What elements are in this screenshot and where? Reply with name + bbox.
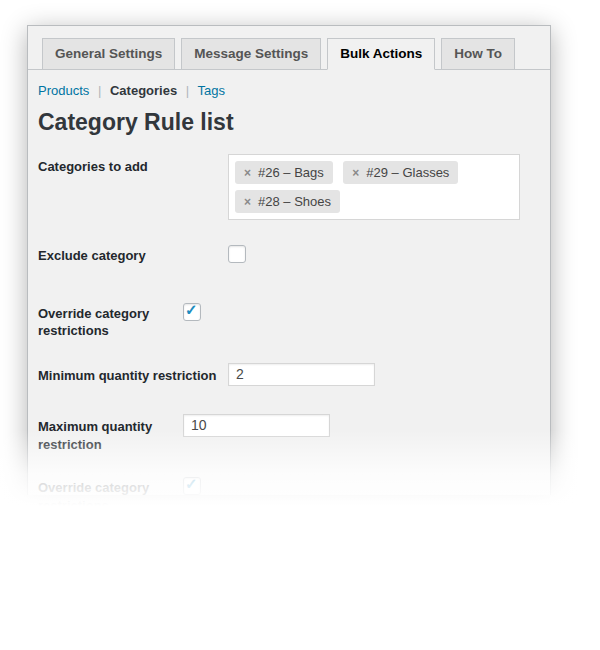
rule-form: Categories to add ×#26 – Bags ×#29 – Gla… <box>38 154 540 514</box>
tag-label: #28 – Shoes <box>258 194 331 209</box>
override-restrictions-checkbox-2[interactable]: ✓ <box>183 477 201 495</box>
tag-label: #29 – Glasses <box>366 165 449 180</box>
remove-tag-icon[interactable]: × <box>244 166 251 180</box>
check-icon: ✓ <box>185 301 198 319</box>
tab-general-settings[interactable]: General Settings <box>42 38 175 70</box>
categories-to-add-row: Categories to add ×#26 – Bags ×#29 – Gla… <box>38 154 540 220</box>
max-quantity-row: Maximum quantity restriction <box>38 414 540 453</box>
tag-label: #26 – Bags <box>258 165 324 180</box>
breadcrumb: Products | Categories | Tags <box>38 83 550 98</box>
check-icon: ✓ <box>185 475 198 493</box>
field-label: Override category restrictions <box>38 301 183 340</box>
separator: | <box>181 83 194 98</box>
tab-bulk-actions[interactable]: Bulk Actions <box>327 38 435 70</box>
remove-tag-icon[interactable]: × <box>352 166 359 180</box>
exclude-category-row: Exclude category <box>38 243 540 267</box>
subnav-link-tags[interactable]: Tags <box>198 83 225 98</box>
tab-message-settings[interactable]: Message Settings <box>181 38 321 70</box>
field-label: Maximum quantity restriction <box>38 414 183 453</box>
override-restrictions-checkbox[interactable]: ✓ <box>183 303 201 321</box>
field-label: Override category restrictions <box>38 475 183 514</box>
field-label: Minimum quantity restriction <box>38 363 228 385</box>
tab-bar: General Settings Message Settings Bulk A… <box>28 26 550 70</box>
remove-tag-icon[interactable]: × <box>244 195 251 209</box>
max-quantity-input[interactable] <box>183 414 330 437</box>
category-tag: ×#29 – Glasses <box>343 161 458 184</box>
min-quantity-input[interactable] <box>228 363 375 386</box>
tab-how-to[interactable]: How To <box>441 38 515 70</box>
category-tag: ×#28 – Shoes <box>235 190 340 213</box>
subnav-current-categories[interactable]: Categories <box>110 83 177 98</box>
settings-card: General Settings Message Settings Bulk A… <box>27 25 551 495</box>
page: General Settings Message Settings Bulk A… <box>0 0 600 650</box>
subnav-link-products[interactable]: Products <box>38 83 89 98</box>
field-label: Categories to add <box>38 154 228 176</box>
separator: | <box>93 83 106 98</box>
field-label: Exclude category <box>38 243 228 265</box>
min-quantity-row: Minimum quantity restriction <box>38 363 540 386</box>
exclude-category-checkbox[interactable] <box>228 245 246 263</box>
category-tag: ×#26 – Bags <box>235 161 333 184</box>
categories-multiselect[interactable]: ×#26 – Bags ×#29 – Glasses ×#28 – Shoes <box>228 154 520 220</box>
page-title: Category Rule list <box>38 108 550 138</box>
override-restrictions-row: Override category restrictions ✓ <box>38 301 540 340</box>
override-restrictions-row-2: Override category restrictions ✓ <box>38 475 540 514</box>
